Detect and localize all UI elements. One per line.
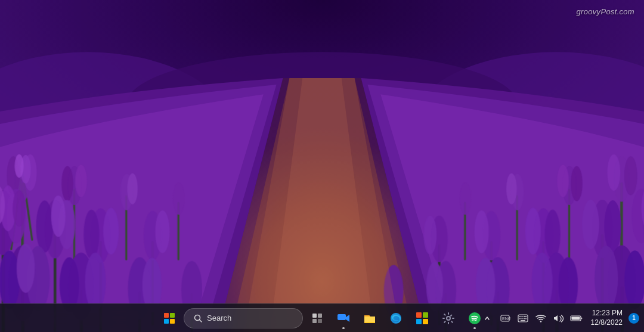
svg-rect-135 [525, 316, 527, 317]
zoom-app-wrap [332, 306, 355, 330]
store-button[interactable] [410, 306, 434, 330]
svg-rect-132 [519, 316, 521, 317]
clock-time: 12:23 PM [592, 309, 623, 318]
watermark-text: groovyPost.com [577, 7, 634, 16]
active-indicator [342, 327, 345, 329]
svg-rect-120 [312, 319, 317, 323]
svg-rect-125 [416, 319, 422, 324]
svg-rect-119 [318, 314, 322, 318]
keyboard-icon [518, 314, 528, 322]
wifi-icon [535, 314, 546, 323]
store-icon [416, 312, 429, 325]
svg-text:ENG: ENG [502, 317, 510, 321]
svg-rect-115 [0, 0, 644, 332]
notification-count: 1 [632, 315, 636, 321]
clock-area[interactable]: 12:23 PM 12/8/2022 [586, 305, 627, 331]
svg-rect-136 [519, 318, 521, 319]
notification-badge[interactable]: 1 [628, 313, 639, 324]
task-view-button[interactable] [305, 306, 329, 330]
desktop: groovyPost.com Search [0, 0, 644, 332]
svg-rect-123 [416, 312, 422, 318]
system-tray: ENG [479, 305, 639, 331]
battery-icon [570, 315, 583, 322]
svg-rect-134 [524, 316, 525, 317]
svg-rect-137 [521, 318, 522, 319]
start-button[interactable] [157, 306, 181, 330]
edge-icon [389, 312, 402, 325]
language-icon: ENG [500, 313, 510, 324]
search-label: Search [207, 314, 231, 322]
svg-line-117 [200, 319, 202, 322]
task-view-icon [312, 313, 323, 324]
taskbar: Search [0, 303, 644, 332]
search-bar[interactable]: Search [184, 308, 303, 328]
file-explorer-icon [363, 312, 376, 325]
edge-button[interactable] [384, 306, 408, 330]
wifi-button[interactable] [532, 308, 549, 329]
svg-rect-122 [338, 314, 346, 320]
search-icon [194, 314, 202, 322]
settings-button[interactable] [436, 306, 460, 330]
svg-rect-138 [524, 318, 525, 319]
watermark: groovyPost.com [577, 7, 634, 16]
svg-rect-139 [525, 318, 527, 319]
clock-date: 12/8/2022 [591, 318, 623, 328]
svg-rect-121 [318, 319, 322, 323]
taskbar-center: Search [157, 306, 487, 330]
zoom-button[interactable] [332, 306, 355, 330]
svg-point-127 [447, 317, 450, 320]
svg-rect-126 [423, 319, 428, 324]
svg-rect-118 [312, 314, 317, 318]
settings-icon [442, 312, 455, 325]
touch-keyboard-button[interactable] [515, 308, 531, 329]
file-explorer-button[interactable] [358, 306, 382, 330]
volume-button[interactable] [550, 308, 567, 329]
svg-rect-143 [571, 317, 580, 319]
svg-point-141 [540, 321, 541, 322]
svg-rect-124 [423, 312, 428, 318]
input-indicator-button[interactable]: ENG [497, 308, 513, 329]
show-hidden-icons-button[interactable] [479, 308, 496, 329]
wallpaper [0, 0, 644, 332]
chevron-up-icon [484, 315, 490, 321]
battery-button[interactable] [568, 308, 585, 329]
spotify-active-indicator [473, 327, 476, 329]
svg-rect-133 [521, 316, 522, 317]
zoom-icon [337, 312, 350, 325]
svg-rect-140 [521, 320, 525, 321]
volume-icon [553, 314, 564, 323]
